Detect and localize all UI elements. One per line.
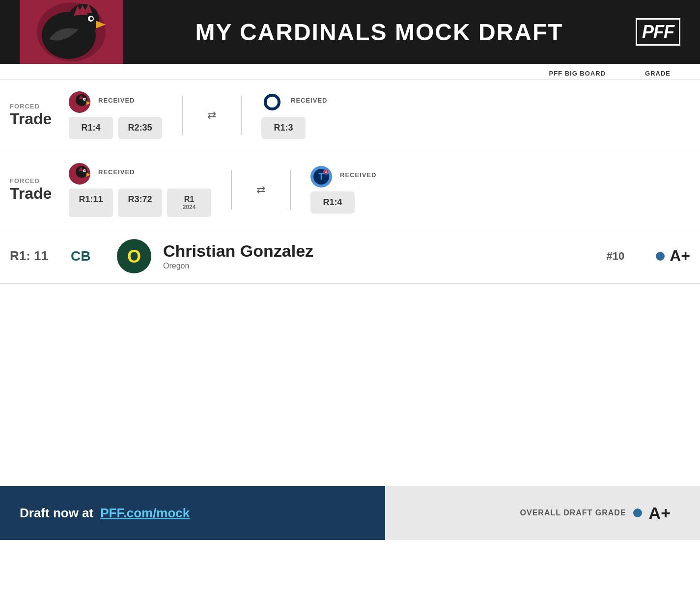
svg-text:T: T bbox=[319, 172, 324, 182]
pick-number: R1: 11 bbox=[10, 248, 59, 264]
titans-logo-row: T RECEIVED bbox=[310, 166, 376, 187]
trade-divider-2b bbox=[290, 170, 291, 210]
school-logo: O bbox=[117, 239, 151, 273]
big-board-number: #10 bbox=[606, 250, 624, 263]
cardinals-logo bbox=[20, 0, 123, 64]
trade-divider-1b bbox=[241, 96, 242, 135]
cardinals-picks-row-1: R1:4 R2:35 bbox=[69, 117, 162, 139]
position-badge: CB bbox=[71, 248, 105, 264]
content-area: PFF BIG BOARD GRADE FORCED Trade bbox=[0, 64, 700, 540]
column-headers: PFF BIG BOARD GRADE bbox=[0, 64, 700, 80]
cardinals-picks-row-2: R1:11 R3:72 R1 2024 bbox=[69, 188, 211, 217]
player-info: Christian Gonzalez Oregon bbox=[163, 241, 594, 270]
trade-arrow-icon-2: ⇄ bbox=[256, 184, 265, 196]
header: MY CARDINALS MOCK DRAFT PFF bbox=[0, 0, 700, 64]
svg-point-9 bbox=[90, 17, 93, 20]
footer-draft-text: Draft now at bbox=[20, 506, 93, 521]
pick-badge-r3-72: R3:72 bbox=[118, 188, 162, 217]
pick-row: R1: 11 CB O Christian Gonzalez Oregon #1… bbox=[0, 229, 700, 284]
trade-arrow-icon-1: ⇄ bbox=[207, 109, 216, 122]
grade-dot bbox=[656, 252, 665, 261]
colts-logo-row: RECEIVED bbox=[261, 91, 327, 113]
player-name: Christian Gonzalez bbox=[163, 241, 594, 261]
overall-grade-label: OVERALL DRAFT GRADE bbox=[520, 509, 626, 517]
colts-picks-row: R1:3 bbox=[261, 117, 327, 139]
trade-row-2: FORCED Trade RECEIVED bbox=[0, 151, 700, 229]
cardinals-icon-1 bbox=[69, 91, 90, 113]
trade-text-2: Trade bbox=[10, 185, 69, 203]
pick-badge-r1-future: R1 2024 bbox=[167, 188, 211, 217]
cardinals-logo-row-1: RECEIVED bbox=[69, 91, 162, 113]
footer-grade-dot bbox=[633, 509, 642, 517]
trade-text-1: Trade bbox=[10, 110, 69, 128]
svg-point-22 bbox=[84, 170, 86, 172]
cardinals-icon-2 bbox=[69, 163, 90, 185]
future-pick-main: R1 bbox=[177, 194, 201, 204]
trade-content-1: RECEIVED R1:4 R2:35 ⇄ bbox=[69, 91, 690, 139]
grade-value: A+ bbox=[670, 247, 690, 265]
footer-link[interactable]: PFF.com/mock bbox=[100, 506, 190, 521]
svg-text:O: O bbox=[127, 246, 141, 267]
footer-left: Draft now at PFF.com/mock bbox=[0, 506, 385, 521]
grade-area: A+ bbox=[656, 247, 690, 265]
pick-badge-colts-r1-3: R1:3 bbox=[261, 117, 306, 139]
titans-icon: T bbox=[310, 166, 332, 187]
grade-header: GRADE bbox=[645, 70, 671, 77]
trade-label-1: FORCED Trade bbox=[10, 103, 69, 128]
trade-arrow-area-1: ⇄ bbox=[172, 96, 252, 135]
titans-received-label: RECEIVED bbox=[340, 171, 376, 179]
cardinals-logo-row-2: RECEIVED bbox=[69, 163, 211, 185]
titans-picks-row: R1:4 bbox=[310, 191, 376, 214]
svg-point-15 bbox=[84, 99, 86, 100]
trade-divider-1 bbox=[182, 96, 183, 135]
pick-badge-r1-4: R1:4 bbox=[69, 117, 113, 139]
big-board-header: PFF BIG BOARD bbox=[549, 70, 606, 77]
colts-received-1: RECEIVED R1:3 bbox=[261, 91, 327, 139]
colts-received-label: RECEIVED bbox=[291, 97, 327, 104]
pick-badge-r2-35: R2:35 bbox=[118, 117, 162, 139]
trade-divider-2 bbox=[231, 170, 232, 210]
footer-right: OVERALL DRAFT GRADE A+ bbox=[385, 504, 700, 523]
pff-logo: PFF bbox=[636, 18, 680, 46]
forced-label-1: FORCED bbox=[10, 103, 69, 110]
cardinals-received-2: RECEIVED R1:11 R3:72 R1 2024 bbox=[69, 163, 211, 217]
colts-icon bbox=[261, 91, 283, 113]
trade-label-2: FORCED Trade bbox=[10, 177, 69, 203]
trade-row-1: FORCED Trade RECEIVED bbox=[0, 80, 700, 151]
pick-badge-r1-11: R1:11 bbox=[69, 188, 113, 217]
team-logo-area bbox=[20, 0, 123, 64]
cardinals-received-label-1: RECEIVED bbox=[98, 97, 135, 104]
footer-grade-value: A+ bbox=[649, 504, 671, 523]
cardinals-received-label-2: RECEIVED bbox=[98, 168, 135, 176]
future-pick-year: 2024 bbox=[177, 204, 201, 211]
titans-received: T RECEIVED R1:4 bbox=[310, 166, 376, 214]
pick-badge-titans-r1-4: R1:4 bbox=[310, 191, 355, 214]
trade-content-2: RECEIVED R1:11 R3:72 R1 2024 ⇄ bbox=[69, 163, 690, 217]
trade-arrow-area-2: ⇄ bbox=[221, 170, 301, 210]
forced-label-2: FORCED bbox=[10, 177, 69, 185]
cardinals-received-1: RECEIVED R1:4 R2:35 bbox=[69, 91, 162, 139]
player-school: Oregon bbox=[163, 262, 594, 270]
footer: Draft now at PFF.com/mock OVERALL DRAFT … bbox=[0, 486, 700, 540]
page-title: MY CARDINALS MOCK DRAFT bbox=[123, 19, 636, 46]
oregon-logo: O bbox=[117, 239, 151, 273]
